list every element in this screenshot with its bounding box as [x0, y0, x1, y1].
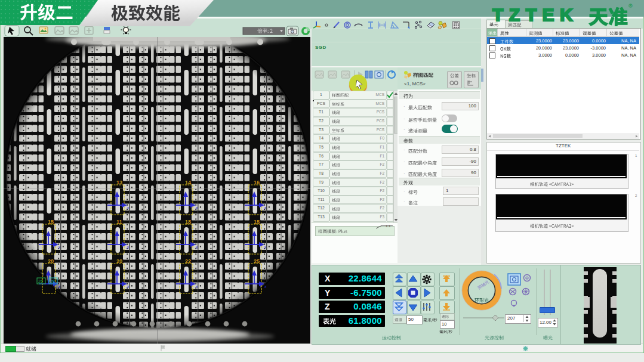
svg-text:22: 22: [185, 258, 191, 264]
svg-text:15: 15: [254, 219, 260, 225]
svg-text:20: 20: [48, 258, 54, 264]
svg-text:14: 14: [185, 180, 191, 185]
svg-text:13: 13: [116, 180, 122, 185]
svg-text:18: 18: [185, 219, 191, 225]
svg-text:16: 16: [254, 180, 260, 185]
svg-text:26: 26: [38, 279, 43, 283]
svg-text:1:1: 1:1: [386, 224, 391, 228]
svg-text:28: 28: [50, 279, 55, 283]
svg-text:25: 25: [254, 258, 260, 264]
svg-text:15: 15: [48, 219, 54, 225]
svg-text:11: 11: [116, 219, 122, 225]
svg-text:20: 20: [116, 258, 122, 264]
